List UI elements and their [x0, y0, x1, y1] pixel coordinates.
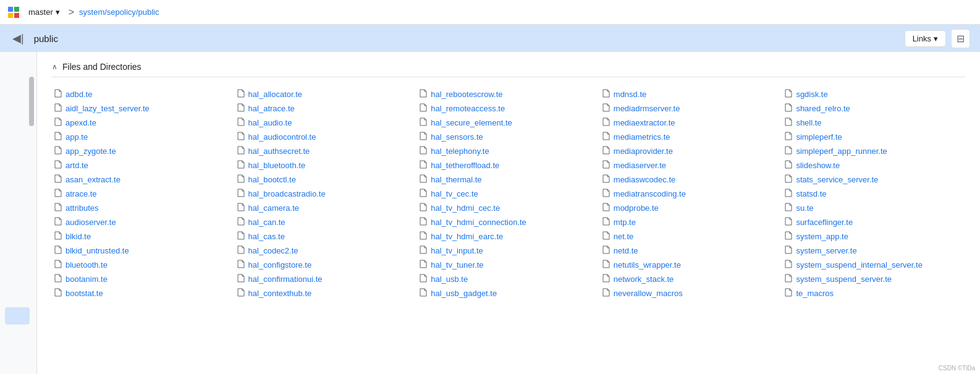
- file-item[interactable]: hal_telephony.te: [417, 144, 600, 158]
- file-item[interactable]: atrace.te: [52, 187, 235, 201]
- file-icon: [237, 231, 245, 242]
- file-name: hal_atrace.te: [248, 104, 295, 113]
- branch-button[interactable]: master ▾: [25, 5, 64, 19]
- sidebar-scrollbar[interactable]: [29, 77, 34, 126]
- file-item[interactable]: statsd.te: [782, 187, 965, 201]
- file-item[interactable]: hal_codec2.te: [235, 244, 418, 258]
- file-item[interactable]: hal_remoteaccess.te: [417, 101, 600, 116]
- file-item[interactable]: neverallow_macros: [600, 286, 783, 300]
- links-button[interactable]: Links ▾: [905, 30, 946, 47]
- file-item[interactable]: bootanim.te: [52, 272, 235, 286]
- file-item[interactable]: hal_allocator.te: [235, 87, 418, 101]
- layout-button[interactable]: ⊟: [951, 29, 970, 48]
- file-icon: [420, 217, 427, 227]
- breadcrumb-path[interactable]: system/sepolicy/public: [79, 7, 159, 17]
- file-name: hal_camera.te: [248, 203, 299, 213]
- file-item[interactable]: hal_usb_gadget.te: [417, 286, 600, 300]
- sidebar: [0, 52, 37, 374]
- file-item[interactable]: hal_tetheroffload.te: [417, 158, 600, 172]
- file-item[interactable]: hal_bootctl.te: [235, 172, 418, 187]
- file-icon: [237, 160, 245, 171]
- section-collapse-icon[interactable]: ∧: [52, 62, 57, 71]
- file-item[interactable]: blkid_untrusted.te: [52, 244, 235, 258]
- file-item[interactable]: mediaswcodec.te: [600, 172, 783, 187]
- file-name: hal_can.te: [248, 218, 285, 227]
- file-icon: [785, 288, 792, 299]
- file-item[interactable]: simpleperf_app_runner.te: [782, 144, 965, 158]
- file-item[interactable]: system_suspend_internal_server.te: [782, 258, 965, 272]
- file-item[interactable]: audioserver.te: [52, 215, 235, 229]
- file-item[interactable]: hal_can.te: [235, 215, 418, 229]
- file-item[interactable]: attributes: [52, 201, 235, 215]
- file-icon: [237, 117, 245, 128]
- file-icon: [602, 288, 610, 299]
- file-item[interactable]: hal_thermal.te: [417, 172, 600, 187]
- collapse-panel-button[interactable]: ◀|: [10, 29, 27, 48]
- file-item[interactable]: hal_atrace.te: [235, 101, 418, 116]
- file-item[interactable]: asan_extract.te: [52, 172, 235, 187]
- file-item[interactable]: hal_audio.te: [235, 116, 418, 130]
- file-item[interactable]: te_macros: [782, 286, 965, 300]
- file-item[interactable]: hal_rebootescrow.te: [417, 87, 600, 101]
- file-item[interactable]: hal_tv_cec.te: [417, 187, 600, 201]
- file-item[interactable]: hal_broadcastradio.te: [235, 187, 418, 201]
- file-item[interactable]: hal_tv_tuner.te: [417, 258, 600, 272]
- file-item[interactable]: net.te: [600, 229, 783, 244]
- file-item[interactable]: mediaserver.te: [600, 158, 783, 172]
- file-item[interactable]: app.te: [52, 130, 235, 144]
- file-item[interactable]: hal_camera.te: [235, 201, 418, 215]
- file-item[interactable]: slideshow.te: [782, 158, 965, 172]
- file-item[interactable]: netutils_wrapper.te: [600, 258, 783, 272]
- file-item[interactable]: surfaceflinger.te: [782, 215, 965, 229]
- file-item[interactable]: artd.te: [52, 158, 235, 172]
- file-item[interactable]: bootstat.te: [52, 286, 235, 300]
- file-item[interactable]: shell.te: [782, 116, 965, 130]
- file-item[interactable]: shared_relro.te: [782, 101, 965, 116]
- file-icon: [54, 146, 62, 156]
- file-item[interactable]: hal_bluetooth.te: [235, 158, 418, 172]
- file-item[interactable]: hal_contexthub.te: [235, 286, 418, 300]
- file-item[interactable]: system_suspend_server.te: [782, 272, 965, 286]
- file-name: hal_tv_hdmi_earc.te: [431, 232, 503, 241]
- file-item[interactable]: network_stack.te: [600, 272, 783, 286]
- file-item[interactable]: hal_usb.te: [417, 272, 600, 286]
- file-item[interactable]: sgdisk.te: [782, 87, 965, 101]
- file-icon: [602, 146, 610, 156]
- file-item[interactable]: blkid.te: [52, 229, 235, 244]
- file-name: te_macros: [796, 289, 834, 298]
- file-item[interactable]: hal_tv_input.te: [417, 244, 600, 258]
- file-item[interactable]: hal_confirmationui.te: [235, 272, 418, 286]
- file-icon: [237, 245, 245, 256]
- file-item[interactable]: hal_sensors.te: [417, 130, 600, 144]
- file-item[interactable]: mediadrmserver.te: [600, 101, 783, 116]
- file-item[interactable]: hal_audiocontrol.te: [235, 130, 418, 144]
- file-item[interactable]: mediametrics.te: [600, 130, 783, 144]
- file-item[interactable]: mdnsd.te: [600, 87, 783, 101]
- file-icon: [237, 103, 245, 114]
- file-item[interactable]: mediaextractor.te: [600, 116, 783, 130]
- file-item[interactable]: system_server.te: [782, 244, 965, 258]
- file-item[interactable]: bluetooth.te: [52, 258, 235, 272]
- file-item[interactable]: su.te: [782, 201, 965, 215]
- file-item[interactable]: hal_authsecret.te: [235, 144, 418, 158]
- file-item[interactable]: mtp.te: [600, 215, 783, 229]
- file-item[interactable]: hal_tv_hdmi_cec.te: [417, 201, 600, 215]
- file-item[interactable]: hal_tv_hdmi_connection.te: [417, 215, 600, 229]
- file-item[interactable]: hal_cas.te: [235, 229, 418, 244]
- file-item[interactable]: adbd.te: [52, 87, 235, 101]
- file-item[interactable]: hal_configstore.te: [235, 258, 418, 272]
- file-item[interactable]: modprobe.te: [600, 201, 783, 215]
- file-icon: [785, 245, 792, 256]
- file-item[interactable]: system_app.te: [782, 229, 965, 244]
- file-item[interactable]: app_zygote.te: [52, 144, 235, 158]
- file-item[interactable]: hal_tv_hdmi_earc.te: [417, 229, 600, 244]
- file-name: statsd.te: [796, 189, 826, 198]
- file-item[interactable]: mediaprovider.te: [600, 144, 783, 158]
- file-item[interactable]: stats_service_server.te: [782, 172, 965, 187]
- file-item[interactable]: apexd.te: [52, 116, 235, 130]
- file-item[interactable]: aidl_lazy_test_server.te: [52, 101, 235, 116]
- file-item[interactable]: hal_secure_element.te: [417, 116, 600, 130]
- file-item[interactable]: netd.te: [600, 244, 783, 258]
- file-item[interactable]: simpleperf.te: [782, 130, 965, 144]
- file-item[interactable]: mediatranscoding.te: [600, 187, 783, 201]
